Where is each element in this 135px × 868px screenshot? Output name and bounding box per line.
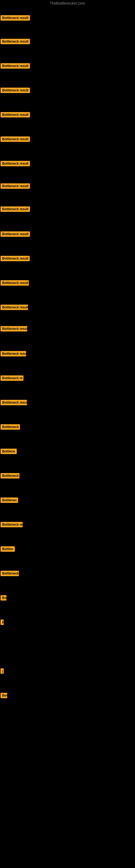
bottleneck-result-badge: Bottleneck result (1, 88, 30, 93)
bottleneck-result-badge: Bottlene (1, 448, 17, 454)
bottleneck-result-badge: Bottleneck result (1, 63, 30, 69)
bottleneck-result-badge: Bottleneck result (1, 207, 30, 212)
bottleneck-result-badge: Bottleneck (1, 571, 19, 576)
bottleneck-result-badge: Bottleneck result (1, 15, 30, 21)
bottleneck-result-badge: Bottleneck result (1, 305, 28, 310)
bottleneck-result-badge: Bottleneck result (1, 112, 30, 118)
bottleneck-result-badge: Bo (1, 595, 6, 600)
bottleneck-result-badge: Bottleneck result (1, 351, 26, 356)
bottleneck-result-badge: Bottlen (1, 546, 15, 552)
bottleneck-result-badge: Bottleneck resul (1, 400, 27, 405)
bottleneck-result-badge: Bottleneck result (1, 231, 30, 237)
bottleneck-result-badge: Bottleneck result (1, 256, 30, 261)
bottleneck-result-badge: Bottleneck result (1, 161, 30, 166)
bottleneck-result-badge: Bottleneck result (1, 136, 30, 142)
bottleneck-result-badge: Bottleneck re (1, 522, 23, 527)
bottleneck-result-badge: Bottlenec (1, 497, 18, 503)
bottleneck-result-badge: Bot (1, 693, 7, 698)
bottleneck-result-badge: Bottleneck result (1, 280, 29, 286)
bottleneck-result-badge: Bottleneck result (1, 183, 30, 189)
bottleneck-result-badge: Bottleneck (1, 424, 20, 430)
bottleneck-result-badge: Bottleneck (1, 473, 19, 478)
bottleneck-result-badge: Bottleneck result (1, 326, 27, 332)
bottleneck-result-badge: | (1, 669, 4, 674)
site-title: TheBottlenecker.com (0, 0, 135, 6)
bottleneck-result-badge: Bottleneck re (1, 375, 24, 381)
bottleneck-result-badge: B (1, 620, 4, 625)
bottleneck-result-badge: Bottleneck result (1, 39, 30, 44)
